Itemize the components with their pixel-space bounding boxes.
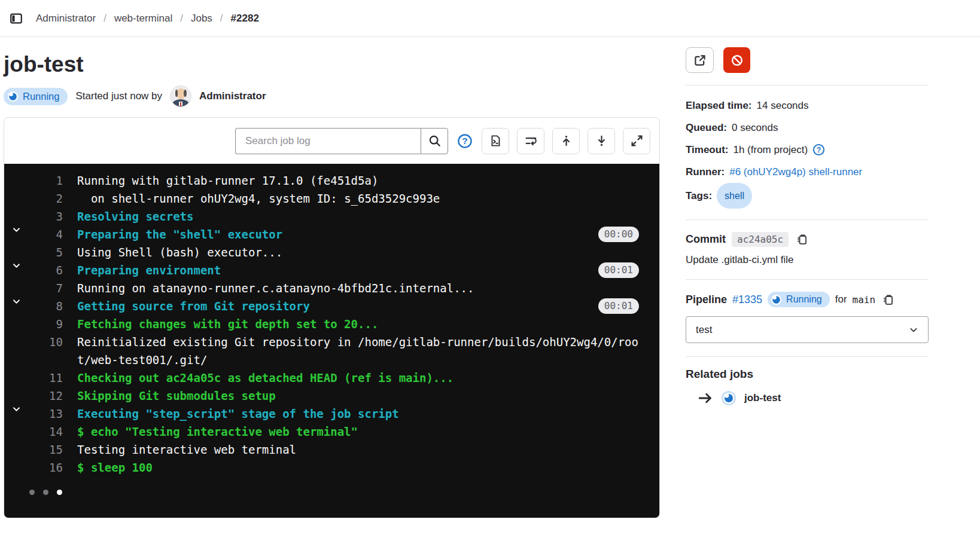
- log-line-number[interactable]: 16: [28, 459, 63, 476]
- log-line: 16$ sleep 100: [4, 459, 659, 476]
- log-line: 4Preparing the "shell" executor00:00: [4, 225, 659, 243]
- log-line-number[interactable]: 3: [28, 207, 63, 225]
- detail-row: Elapsed time:14 seconds: [686, 94, 929, 117]
- log-line-text: Skipping Git submodules setup: [63, 387, 639, 405]
- log-line: 12Skipping Git submodules setup: [4, 387, 659, 405]
- pipeline-for-text: for: [835, 294, 847, 305]
- stage-dropdown[interactable]: test: [686, 316, 929, 343]
- log-line-number[interactable]: 8: [28, 297, 63, 315]
- log-gutter: [4, 333, 28, 351]
- cancel-job-button[interactable]: [723, 47, 750, 73]
- log-line: 2 on shell-runner ohUY2wg4, system ID: s…: [4, 190, 659, 207]
- log-line-number[interactable]: 9: [28, 315, 63, 333]
- detail-value: 1h (from project): [733, 139, 808, 161]
- copy-ref-icon[interactable]: [881, 292, 895, 307]
- log-gutter: [4, 441, 28, 459]
- collapse-section-chevron-icon[interactable]: [4, 297, 28, 306]
- log-gutter: [4, 423, 28, 441]
- log-line-number[interactable]: 2: [28, 190, 63, 207]
- sidebar-toggle-icon[interactable]: [6, 8, 26, 29]
- loading-dot: [57, 490, 62, 495]
- sidebar-actions: [686, 37, 929, 85]
- collapse-section-chevron-icon[interactable]: [4, 225, 28, 234]
- log-line-number[interactable]: 10: [28, 333, 63, 351]
- copy-commit-sha-icon[interactable]: [795, 233, 809, 247]
- log-line-number[interactable]: 13: [28, 405, 63, 423]
- detail-value: 14 seconds: [757, 94, 809, 117]
- new-window-button[interactable]: [686, 47, 714, 73]
- log-line-number[interactable]: 7: [28, 279, 63, 297]
- log-line-number[interactable]: 1: [28, 172, 63, 190]
- log-line-text: Reinitialized existing Git repository in…: [63, 333, 639, 369]
- search-input[interactable]: [235, 128, 421, 154]
- breadcrumb-bar: Administrator/web-terminal/Jobs/#2282: [0, 0, 980, 37]
- log-line: 5Using Shell (bash) executor...: [4, 243, 659, 261]
- log-line: 9Fetching changes with git depth set to …: [4, 315, 659, 333]
- search-button[interactable]: [421, 128, 448, 154]
- detail-label: Elapsed time:: [686, 94, 752, 117]
- commit-sha[interactable]: ac24a05c: [732, 232, 789, 247]
- fullscreen-button[interactable]: [623, 128, 650, 154]
- log-line-number[interactable]: 12: [28, 387, 63, 405]
- search-group: [235, 128, 448, 154]
- log-line-text: Testing interactive web terminal: [63, 441, 639, 459]
- log-line: 8Getting source from Git repository00:01: [4, 297, 659, 315]
- breadcrumb-item[interactable]: #2282: [231, 13, 259, 25]
- log-line-text: Running on atanayno-runner.c.atanayno-4b…: [63, 279, 639, 297]
- log-gutter: [4, 172, 28, 190]
- log-line: 1Running with gitlab-runner 17.1.0 (fe45…: [4, 172, 659, 190]
- log-line-number[interactable]: 4: [28, 225, 63, 243]
- status-badge: Running: [4, 88, 68, 105]
- fullscreen-icon: [631, 135, 643, 147]
- log-line-number[interactable]: 6: [28, 261, 63, 279]
- arrow-right-icon: [698, 390, 713, 406]
- external-link-icon: [693, 54, 707, 67]
- log-line-number[interactable]: 14: [28, 423, 63, 441]
- tag-pill[interactable]: shell: [717, 183, 752, 209]
- section-duration-badge: 00:00: [598, 227, 639, 242]
- page-title: job-test: [4, 52, 660, 77]
- scroll-to-top-button[interactable]: [552, 128, 580, 154]
- breadcrumb-item[interactable]: Jobs: [191, 13, 212, 25]
- section-duration-badge: 00:01: [598, 298, 639, 314]
- log-line-text: Running with gitlab-runner 17.1.0 (fe451…: [63, 172, 639, 190]
- timeout-help-icon[interactable]: ?: [812, 143, 825, 156]
- collapse-section-chevron-icon[interactable]: [4, 261, 28, 270]
- pipeline-id-link[interactable]: #1335: [732, 294, 762, 306]
- log-line-number[interactable]: 11: [28, 369, 63, 387]
- pipeline-ref: main: [853, 294, 876, 305]
- related-jobs-block: Related jobs job-test: [686, 357, 929, 417]
- log-line-text[interactable]: Preparing environment: [63, 261, 590, 279]
- log-gutter: [4, 243, 28, 261]
- log-gutter: [4, 315, 28, 333]
- show-raw-log-button[interactable]: [482, 128, 509, 154]
- log-line: 7Running on atanayno-runner.c.atanayno-4…: [4, 279, 659, 297]
- breadcrumb-item[interactable]: Administrator: [36, 13, 96, 25]
- log-gutter: [4, 279, 28, 297]
- breadcrumb-item[interactable]: web-terminal: [114, 13, 172, 25]
- log-line-text[interactable]: Executing "step_script" stage of the job…: [63, 405, 639, 423]
- runner-link[interactable]: #6 (ohUY2wg4p) shell-runner: [729, 161, 862, 183]
- log-line-text: Fetching changes with git depth set to 2…: [63, 315, 639, 333]
- scroll-to-bottom-button[interactable]: [588, 128, 615, 154]
- log-line-text[interactable]: Getting source from Git repository: [63, 297, 590, 315]
- log-line-number[interactable]: 5: [28, 243, 63, 261]
- loading-dot: [43, 490, 48, 495]
- collapse-section-chevron-icon[interactable]: [4, 405, 28, 414]
- related-job-link[interactable]: job-test: [686, 390, 929, 406]
- breadcrumb-separator: /: [220, 13, 223, 25]
- help-icon[interactable]: ?: [456, 132, 474, 150]
- svg-text:?: ?: [817, 146, 821, 154]
- log-line-number[interactable]: 15: [28, 441, 63, 459]
- log-line-text[interactable]: Preparing the "shell" executor: [63, 225, 590, 243]
- breadcrumb-separator: /: [104, 13, 106, 25]
- log-gutter: [4, 369, 28, 387]
- started-text: Started just now by: [75, 90, 162, 102]
- raw-log-icon: [489, 135, 502, 147]
- wrap-lines-button[interactable]: [517, 128, 544, 154]
- search-icon: [428, 135, 441, 147]
- detail-row: Queued:0 seconds: [686, 117, 929, 139]
- log-gutter: [4, 190, 28, 207]
- breadcrumb-separator: /: [180, 13, 183, 25]
- log-line-text: $ echo "Testing interactive web terminal…: [63, 423, 639, 441]
